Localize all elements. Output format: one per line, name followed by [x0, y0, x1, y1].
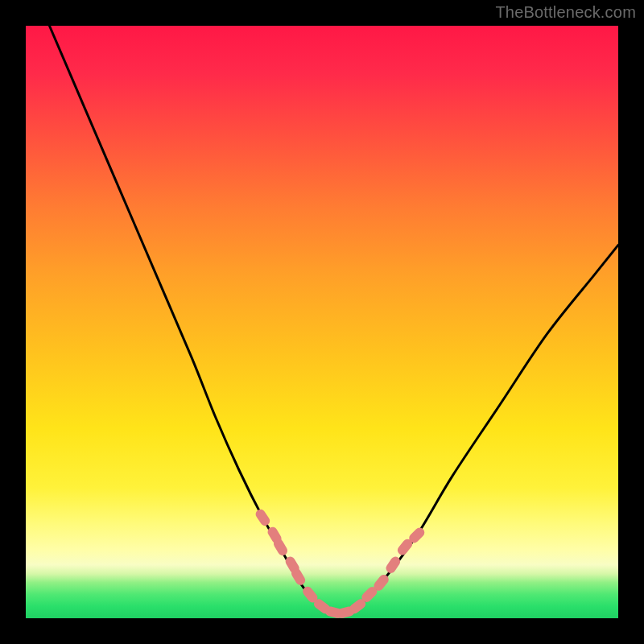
watermark-text: TheBottleneck.com: [495, 3, 636, 22]
highlight-marker: [254, 507, 271, 527]
flat-segment-highlight: [254, 507, 426, 619]
chart-svg: [26, 26, 618, 618]
bottleneck-curve: [49, 26, 618, 613]
bottleneck-curve-path: [49, 26, 618, 613]
chart-frame: TheBottleneck.com: [0, 0, 644, 644]
plot-area: [26, 26, 618, 618]
